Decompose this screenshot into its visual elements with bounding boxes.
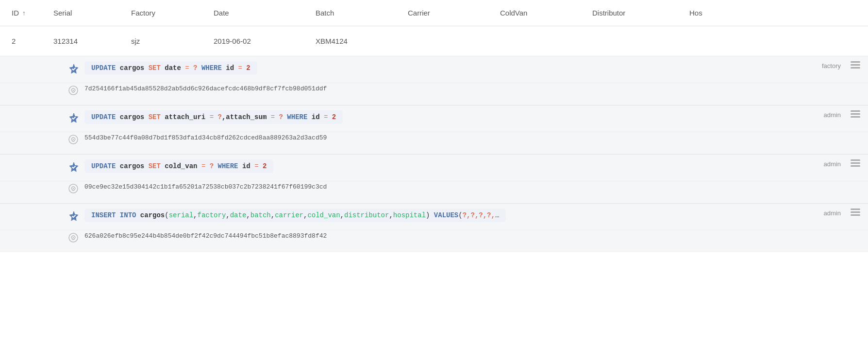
- row-author-label: admin: [824, 160, 841, 168]
- row-author-label: admin: [824, 209, 841, 217]
- expand-sql-row: INSERT INTO cargos(serial,factory,date,b…: [0, 204, 868, 230]
- sql-statement: UPDATE cargos SET date = ? WHERE id = 2: [84, 61, 257, 75]
- svg-point-1: [73, 90, 74, 91]
- row-menu-button[interactable]: [851, 209, 860, 216]
- svg-point-5: [73, 188, 74, 189]
- col-header-hos[interactable]: Hos: [684, 9, 733, 17]
- col-header-batch[interactable]: Batch: [311, 9, 403, 17]
- verified-icon: [68, 63, 80, 76]
- fingerprint-icon: [68, 232, 79, 245]
- verified-icon: [68, 210, 80, 224]
- col-header-carrier[interactable]: Carrier: [403, 9, 495, 17]
- sql-statement: UPDATE cargos SET attach_uri = ?,attach_…: [84, 110, 343, 124]
- expand-sql-row: UPDATE cargos SET cold_van = ? WHERE id …: [0, 155, 868, 181]
- col-header-distributor[interactable]: Distributor: [587, 9, 684, 17]
- hash-value: 09ce9ec32e15d304142c1b1fa65201a72538cb03…: [83, 183, 327, 191]
- expand-content: UPDATE cargos SET date = ? WHERE id = 2: [84, 61, 868, 78]
- cell-batch: XBM4124: [311, 37, 403, 45]
- hash-value: 554d3be77c44f0a08d7bd1f853dfa1d34cb8fd26…: [83, 134, 327, 141]
- cell-date: 2019-06-02: [209, 37, 311, 45]
- cell-factory: sjz: [126, 37, 209, 45]
- col-header-id[interactable]: ID ↑: [0, 9, 49, 17]
- col-header-date[interactable]: Date: [209, 9, 311, 17]
- expand-content: UPDATE cargos SET attach_uri = ?,attach_…: [84, 110, 868, 127]
- expand-hash-row: 09ce9ec32e15d304142c1b1fa65201a72538cb03…: [0, 181, 868, 204]
- main-table: ID ↑ Serial Factory Date Batch Carrier C…: [0, 0, 868, 252]
- svg-point-7: [73, 237, 74, 238]
- fingerprint-icon: [68, 134, 79, 147]
- cell-serial: 312314: [49, 37, 126, 45]
- sort-arrow-icon: ↑: [22, 9, 26, 17]
- row-menu-button[interactable]: [851, 61, 860, 69]
- hash-value: 7d254166f1ab45da85528d2ab5dd6c926dacefcd…: [83, 85, 327, 92]
- expand-hash-row: 554d3be77c44f0a08d7bd1f853dfa1d34cb8fd26…: [0, 132, 868, 155]
- row-menu-button[interactable]: [851, 110, 860, 118]
- sql-statement: UPDATE cargos SET cold_van = ? WHERE id …: [84, 159, 273, 173]
- row-menu-button[interactable]: [851, 159, 860, 167]
- expand-content: UPDATE cargos SET cold_van = ? WHERE id …: [84, 159, 868, 176]
- fingerprint-icon: [68, 85, 79, 98]
- expand-sql-row: UPDATE cargos SET attach_uri = ?,attach_…: [0, 105, 868, 132]
- expand-content: INSERT INTO cargos(serial,factory,date,b…: [84, 209, 868, 225]
- expand-hash-row: 626a026efb8c95e244b4b854de0bf2f42c9dc744…: [0, 230, 868, 252]
- expand-hash-row: 7d254166f1ab45da85528d2ab5dd6c926dacefcd…: [0, 83, 868, 105]
- cell-id: 2: [0, 37, 49, 45]
- sql-statement: INSERT INTO cargos(serial,factory,date,b…: [84, 209, 506, 222]
- svg-point-3: [73, 139, 74, 140]
- hash-value: 626a026efb8c95e244b4b854de0bf2f42c9dc744…: [83, 232, 327, 240]
- col-header-factory[interactable]: Factory: [126, 9, 209, 17]
- row-author-label: factory: [822, 62, 841, 70]
- table-header: ID ↑ Serial Factory Date Batch Carrier C…: [0, 0, 868, 26]
- verified-icon: [68, 112, 80, 125]
- col-id-label: ID: [12, 9, 19, 17]
- table-row: 2 312314 sjz 2019-06-02 XBM4124: [0, 26, 868, 56]
- expand-section: UPDATE cargos SET date = ? WHERE id = 2f…: [0, 56, 868, 252]
- col-header-coldvan[interactable]: ColdVan: [495, 9, 587, 17]
- col-header-serial[interactable]: Serial: [49, 9, 126, 17]
- expand-sql-row: UPDATE cargos SET date = ? WHERE id = 2f…: [0, 56, 868, 83]
- verified-icon: [68, 161, 80, 174]
- row-author-label: admin: [824, 111, 841, 119]
- fingerprint-icon: [68, 183, 79, 196]
